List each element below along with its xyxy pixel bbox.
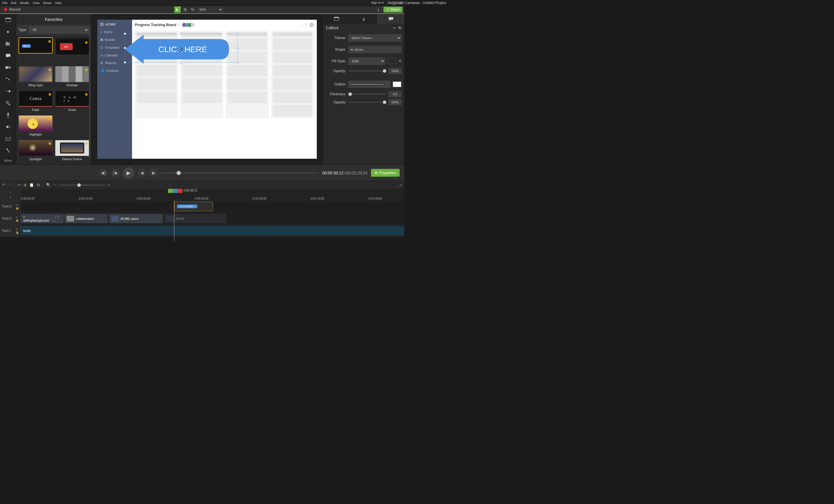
menu-file[interactable]: File [2, 1, 7, 5]
transitions-icon[interactable] [4, 64, 12, 71]
timeline-clip[interactable]: collaboration [64, 214, 108, 223]
signin-button[interactable]: Sign In ▾ [371, 1, 384, 5]
select-tool[interactable] [174, 6, 181, 13]
help-icon: ? [305, 23, 307, 27]
ruler-body[interactable]: 0:00:00;00 0:00:15;00 0:00:30;00 0:00:45… [21, 189, 404, 200]
shape-select[interactable]: ➡ Arrow ⋮ [348, 46, 401, 53]
type-select[interactable]: All [29, 26, 89, 33]
playhead-marker[interactable] [168, 189, 182, 193]
properties-button[interactable]: ⚙ Properties [371, 169, 400, 177]
menu-share[interactable]: Share [43, 1, 51, 5]
paste-button[interactable]: 📋 [29, 183, 34, 187]
track-header[interactable]: Track 3 ◉🔒 [0, 200, 21, 212]
cut-button[interactable]: ✂ [18, 183, 21, 187]
step-fwd-button[interactable]: │▶ [111, 169, 119, 177]
lock-icon[interactable]: 🔒 [16, 231, 19, 234]
outline-opacity-value[interactable] [389, 100, 401, 105]
library-icon[interactable] [4, 40, 12, 47]
outline-color-swatch[interactable] [393, 81, 401, 87]
favorite-item[interactable]: ★Camta Fade [19, 91, 53, 113]
outline-opacity-slider[interactable] [348, 102, 386, 103]
crop-tool[interactable] [190, 6, 196, 13]
timeline-ruler[interactable]: ＋ ▾ 0:00:00;00 0:00:15;00 0:00:30;00 0:0… [0, 189, 404, 200]
copy-button[interactable]: ⧉ [24, 183, 26, 188]
menu-view[interactable]: View [33, 1, 40, 5]
playhead-line[interactable] [174, 200, 174, 241]
zoom-out-button[interactable]: − [53, 183, 56, 187]
selection-box[interactable] [125, 34, 238, 63]
favorite-item[interactable]: ★ Device Frame [55, 140, 89, 162]
track-menu-icon[interactable]: ▾ [9, 196, 11, 199]
pan-tool[interactable] [182, 6, 188, 13]
media-bin-icon[interactable] [4, 16, 12, 23]
favorite-item[interactable]: ↖★ Highlight [19, 115, 53, 137]
track-header[interactable]: Track 1 ◉🔒 [0, 225, 21, 237]
record-button[interactable]: Record [2, 7, 22, 12]
timeline-clip[interactable]: ACME-users [109, 214, 163, 223]
step-back-button[interactable]: ◀│ [100, 169, 108, 177]
thickness-value[interactable] [389, 91, 401, 97]
timeline-clip[interactable]: ACME [164, 214, 226, 223]
favorite-item[interactable]: ★ Pixelate [55, 66, 89, 88]
animations-icon[interactable] [4, 87, 12, 95]
favorite-item[interactable]: ★ABC ➔ [19, 37, 53, 56]
favorites-icon[interactable]: ★ [4, 28, 12, 35]
lock-icon[interactable]: 🔒 [16, 219, 19, 222]
timeline-clip-audio[interactable]: firefly [21, 226, 404, 236]
fill-color-swatch[interactable] [388, 58, 396, 64]
download-button[interactable]: ⭳ [375, 6, 382, 13]
redo-button[interactable]: ↷ [8, 183, 12, 187]
favorite-item[interactable]: ★ Whip Spin [19, 66, 53, 88]
theme-select[interactable]: Select Theme... [348, 35, 401, 41]
share-button[interactable]: ⇪ Share [383, 7, 402, 13]
popout-button[interactable]: ⤢ [399, 183, 402, 187]
play-button[interactable]: ▶ [123, 167, 134, 179]
more-button[interactable]: More [4, 159, 12, 162]
voice-icon[interactable] [4, 111, 12, 118]
track-body[interactable]: firefly [21, 225, 404, 237]
prev-button[interactable]: ◀ [138, 169, 146, 177]
track-body[interactable]: + slidingbackground - ( 3 c collaboratio… [21, 213, 404, 224]
media-scrollbar[interactable] [89, 31, 91, 159]
timeline-clip-callout[interactable]: CLICK HERE [174, 202, 213, 211]
eye-icon[interactable]: ◉ [16, 216, 19, 218]
favorite-item[interactable]: ★C a m t a Scale [55, 91, 89, 113]
visual-fx-icon[interactable] [4, 135, 12, 142]
undo-button[interactable]: ↶ [2, 183, 5, 187]
menu-help[interactable]: Help [55, 1, 62, 5]
opacity-value[interactable] [389, 68, 401, 74]
next-button[interactable]: ▶ [149, 169, 157, 177]
zoom-in-button[interactable]: + [108, 183, 110, 187]
props-add-icon[interactable]: + [393, 25, 396, 30]
scrub-slider[interactable] [161, 172, 319, 174]
annotations-icon[interactable] [4, 52, 12, 59]
eye-icon[interactable]: ◉ [16, 228, 19, 231]
props-reset-icon[interactable]: ⟲ [398, 25, 401, 30]
fill-style-select[interactable]: Solid [348, 58, 385, 65]
audio-fx-icon[interactable] [4, 123, 12, 130]
split-button[interactable]: ⊟ [37, 183, 40, 187]
track-body[interactable]: CLICK HERE [21, 200, 404, 212]
menu-edit[interactable]: Edit [11, 1, 17, 5]
props-tab-visual[interactable] [323, 14, 350, 24]
timeline-zoom-slider[interactable] [59, 184, 105, 186]
interactivity-icon[interactable] [4, 147, 12, 154]
timeline-clip[interactable]: + slidingbackground - ( 3 c [21, 214, 64, 223]
lock-icon[interactable]: 🔒 [16, 207, 19, 210]
fill-reset-icon[interactable]: ⟲ [398, 59, 401, 63]
track-header[interactable]: Track 2 ◉🔒 [0, 213, 21, 224]
behaviors-icon[interactable] [4, 75, 12, 83]
cursor-fx-icon[interactable] [4, 100, 12, 107]
eye-icon[interactable]: ◉ [16, 203, 19, 206]
preview-canvas[interactable]: ACME ⌂ Home ▦ Boards ◫ Templates ▭ Calen… [97, 20, 317, 159]
props-tab-text[interactable]: a [350, 14, 377, 24]
outline-style-select[interactable]: ⋮ [348, 81, 390, 88]
favorite-item[interactable]: ★ Spotlight [19, 140, 53, 162]
menu-modify[interactable]: Modify [20, 1, 29, 5]
favorite-item[interactable]: ★ABC [56, 39, 89, 60]
opacity-slider[interactable] [348, 70, 386, 71]
add-track-button[interactable]: ＋ [9, 190, 12, 194]
props-tab-callout[interactable] [377, 14, 404, 24]
thickness-slider[interactable] [348, 93, 386, 95]
zoom-select[interactable]: 60% [197, 6, 223, 13]
